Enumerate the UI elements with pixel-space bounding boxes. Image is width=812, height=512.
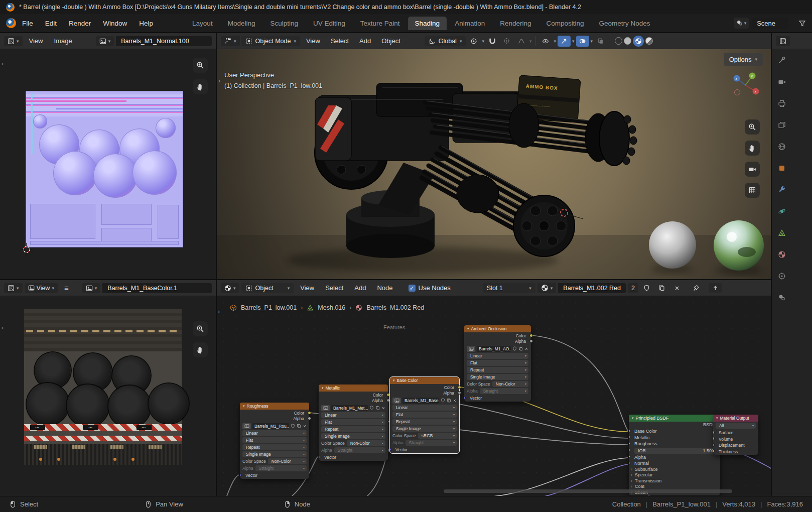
use-nodes-checkbox[interactable]: ✓ Use Nodes	[409, 284, 451, 292]
options-button[interactable]: Options▾	[724, 53, 763, 66]
vector-input-socket[interactable]	[240, 473, 241, 477]
panel-specular[interactable]: Specular	[629, 472, 720, 478]
pan-hand-button[interactable]	[193, 342, 208, 357]
editor-type-button[interactable]	[776, 36, 790, 46]
projection-dropdown[interactable]: Flat	[321, 419, 385, 425]
node-header[interactable]: ▾Material Output	[713, 415, 758, 422]
node-header[interactable]: ▾Roughness	[240, 403, 309, 410]
camera-view-button[interactable]	[745, 162, 760, 177]
horizontal-scrollbar[interactable]	[444, 489, 732, 493]
constraints-tab-icon[interactable]	[778, 272, 786, 280]
unlink-x-icon[interactable]	[381, 406, 385, 410]
pivot-point-button[interactable]	[467, 36, 480, 47]
unlink-x-icon[interactable]	[303, 424, 307, 428]
node-material-output[interactable]: ▾Material Output All Surface Volume Disp…	[713, 415, 758, 455]
node-header[interactable]: ▾Base Color	[390, 377, 459, 384]
alpha-output-socket[interactable]	[386, 399, 390, 402]
collapsed-menus-icon[interactable]: ≡	[60, 282, 73, 294]
color-output-socket[interactable]	[386, 393, 390, 397]
image-datablock-row[interactable]: Barrels_M1_Met...	[321, 405, 385, 411]
material-name[interactable]: Barrels_M1.002 Red	[558, 283, 626, 293]
zoom-button[interactable]	[745, 119, 760, 135]
xray-toggle[interactable]	[594, 36, 607, 47]
new-material-copy-button[interactable]	[655, 283, 668, 294]
tab-rendering[interactable]: Rendering	[493, 17, 538, 30]
menu-window[interactable]: Window	[97, 17, 133, 30]
object-tab-icon[interactable]	[778, 164, 786, 172]
shading-material-preview[interactable]	[633, 36, 644, 47]
fake-user-shield-icon[interactable]	[512, 346, 517, 351]
pan-hand-button[interactable]	[745, 141, 760, 156]
material-users-count[interactable]: 2	[628, 283, 638, 293]
output-target-dropdown[interactable]: All	[716, 423, 756, 429]
image-datablock-row[interactable]: Barrels_M1_AO...	[467, 345, 528, 352]
projection-dropdown[interactable]: Flat	[392, 412, 457, 418]
pan-hand-button[interactable]	[193, 79, 208, 94]
metallic-socket[interactable]	[629, 435, 630, 439]
menu-add[interactable]: Add	[355, 35, 375, 47]
copy-icon[interactable]	[297, 424, 301, 428]
interpolation-dropdown[interactable]: Linear	[321, 412, 385, 418]
displacement-socket[interactable]	[713, 443, 715, 447]
proportional-edit-button[interactable]	[500, 36, 513, 47]
data-tab-icon[interactable]	[778, 229, 786, 237]
surface-socket[interactable]	[713, 431, 715, 434]
extension-dropdown[interactable]: Repeat	[321, 426, 385, 432]
menu-file[interactable]: File	[16, 17, 39, 30]
tab-geometry-nodes[interactable]: Geometry Nodes	[592, 17, 657, 30]
base-color-socket[interactable]	[629, 429, 630, 433]
alpha-mode-dropdown[interactable]: Straight	[255, 465, 307, 471]
alpha-output-socket[interactable]	[458, 391, 461, 395]
world-tab-icon[interactable]	[778, 143, 786, 151]
thickness-socket[interactable]	[713, 449, 715, 453]
ior-field[interactable]: IOR1.500	[634, 448, 718, 454]
node-header[interactable]: ▾Ambient Occlusion	[464, 325, 531, 332]
menu-view[interactable]: View	[25, 35, 48, 47]
overlays-toggle[interactable]	[576, 36, 589, 47]
unlink-x-button[interactable]	[670, 283, 684, 294]
node-principled-bsdf[interactable]: ▾Principled BSDF BSDF Base Color Metalli…	[629, 415, 720, 495]
tool-tab-icon[interactable]	[778, 56, 786, 64]
falloff-curve-button[interactable]	[515, 36, 528, 47]
scene-tab-icon[interactable]	[778, 294, 786, 302]
image-texture-node-roughness[interactable]: ▾Roughness Color Alpha Barrels_M1_Rou...…	[240, 403, 309, 479]
editor-type-button[interactable]: ▾	[4, 283, 23, 293]
color-space-dropdown[interactable]: Non-Color	[268, 458, 307, 464]
panel-expand-arrow[interactable]: ›	[218, 77, 220, 84]
modifiers-tab-icon[interactable]	[778, 186, 786, 194]
copy-icon[interactable]	[375, 406, 380, 410]
tab-uv-editing[interactable]: UV Editing	[306, 17, 352, 30]
zoom-button[interactable]	[193, 58, 208, 73]
menu-select[interactable]: Select	[326, 35, 353, 47]
shader-context-dropdown[interactable]: Object▾	[241, 283, 294, 293]
breadcrumb-material[interactable]: Barrels_M1.002 Red	[366, 304, 424, 311]
tab-layout[interactable]: Layout	[185, 17, 220, 30]
interpolation-dropdown[interactable]: Linear	[392, 405, 457, 411]
interpolation-dropdown[interactable]: Linear	[467, 353, 528, 359]
orthographic-grid-button[interactable]	[745, 183, 760, 198]
menu-render[interactable]: Render	[63, 17, 97, 30]
tab-compositing[interactable]: Compositing	[539, 17, 591, 30]
shading-solid[interactable]	[624, 37, 631, 45]
image-name[interactable]: Barrels_M1_Met...	[331, 405, 368, 411]
scene-browse-icon[interactable]: ▾	[734, 18, 749, 29]
scene-name[interactable]: Scene	[752, 18, 788, 29]
fake-user-shield-icon[interactable]	[291, 424, 295, 428]
tab-animation[interactable]: Animation	[448, 17, 492, 30]
snap-magnet-button[interactable]	[486, 36, 499, 47]
alpha-mode-dropdown[interactable]: Straight	[334, 447, 385, 453]
filter-funnel-icon[interactable]	[798, 20, 806, 27]
physics-tab-icon[interactable]	[778, 207, 786, 215]
image-name[interactable]: Barrels_M1_Base...	[402, 398, 439, 404]
vector-input-socket[interactable]	[390, 448, 391, 451]
orientation-dropdown[interactable]: Global▾	[425, 36, 466, 46]
image-browse-button[interactable]: ▾	[82, 283, 101, 293]
image-thumb-icon[interactable]	[467, 346, 475, 352]
menu-help[interactable]: Help	[133, 17, 159, 30]
projection-dropdown[interactable]: Flat	[467, 360, 528, 366]
image-name[interactable]: Barrels_M1_AO...	[477, 346, 511, 352]
color-space-dropdown[interactable]: sRGB	[418, 433, 457, 439]
menu-add[interactable]: Add	[350, 282, 370, 294]
alpha-mode-dropdown[interactable]: Straight	[480, 388, 528, 394]
parent-node-tree-button[interactable]	[709, 283, 722, 293]
